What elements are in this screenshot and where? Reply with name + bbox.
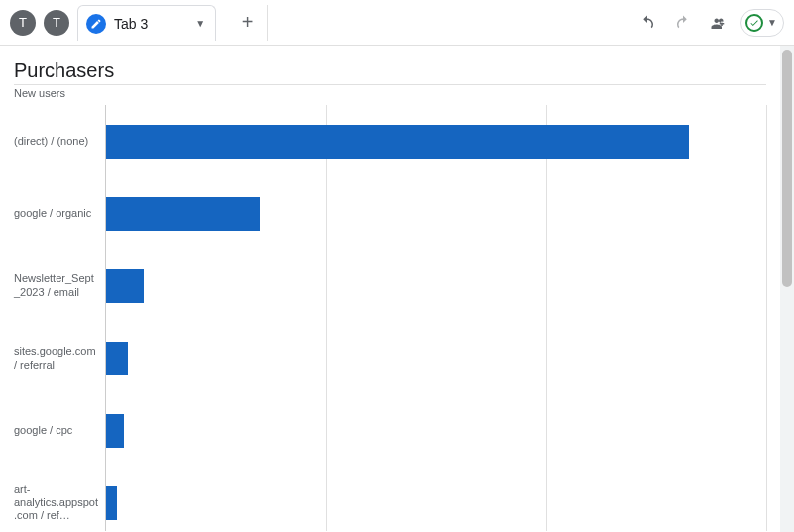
- content-area: Purchasers New users (direct) / (none)go…: [0, 46, 794, 532]
- tab-3-active[interactable]: Tab 3 ▼: [77, 5, 216, 41]
- bar[interactable]: [106, 125, 689, 159]
- add-tab-button[interactable]: +: [228, 5, 268, 41]
- category-label: google / cpc: [14, 424, 78, 437]
- category-label: google / organic: [14, 207, 97, 220]
- scrollbar-thumb[interactable]: [782, 50, 792, 287]
- chart-title: Purchasers: [14, 59, 766, 85]
- bar-chart: (direct) / (none)google / organicNewslet…: [14, 105, 766, 531]
- bar[interactable]: [106, 486, 117, 520]
- category-label: Newsletter_Sept_2023 / email: [14, 272, 105, 298]
- share-button[interactable]: [705, 9, 733, 37]
- edit-icon: [86, 14, 106, 34]
- gridline: [766, 105, 767, 531]
- y-axis-label: New users: [14, 87, 766, 99]
- category-label: sites.google.com / referral: [14, 345, 105, 371]
- status-pill[interactable]: ▼: [740, 9, 784, 37]
- toolbar: T T Tab 3 ▼ + ▼: [0, 0, 794, 46]
- category-label: art-analytics.appspot.com / ref…: [14, 483, 105, 523]
- bar[interactable]: [106, 197, 260, 231]
- tab-1[interactable]: T: [10, 10, 36, 36]
- active-tab-label: Tab 3: [114, 16, 148, 32]
- tab-2[interactable]: T: [44, 10, 69, 36]
- redo-button[interactable]: [669, 9, 697, 37]
- undo-button[interactable]: [633, 9, 661, 37]
- check-icon: [745, 14, 763, 32]
- chevron-down-icon: ▼: [767, 17, 777, 28]
- scrollbar[interactable]: [780, 46, 794, 532]
- category-label: (direct) / (none): [14, 135, 94, 148]
- bar[interactable]: [106, 269, 144, 303]
- bar[interactable]: [106, 342, 128, 375]
- bar[interactable]: [106, 414, 124, 448]
- chart-area: Purchasers New users (direct) / (none)go…: [0, 46, 780, 532]
- chevron-down-icon[interactable]: ▼: [195, 18, 205, 29]
